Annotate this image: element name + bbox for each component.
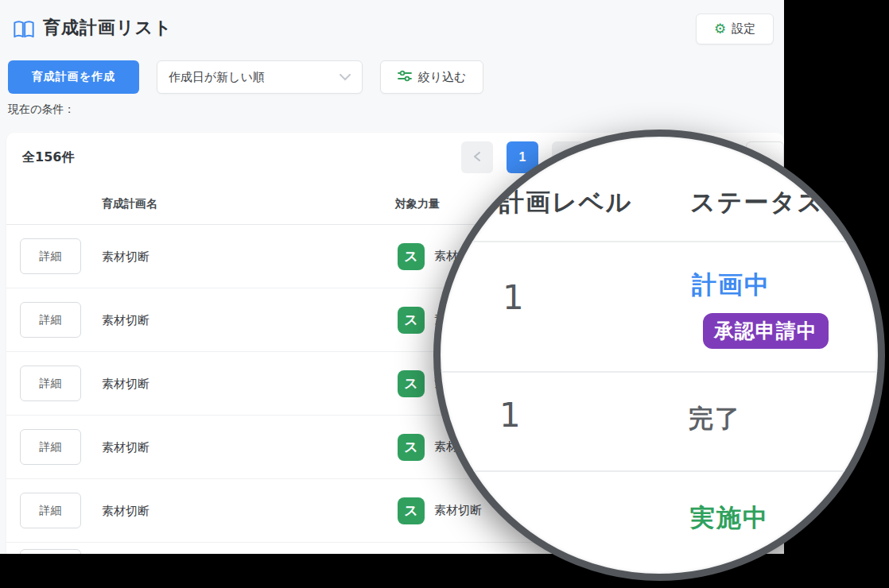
skill-category-badge: ス: [398, 434, 425, 461]
gear-icon: ⚙: [714, 22, 726, 36]
status-text-planning: 計画中: [692, 269, 771, 302]
total-count: 全156件: [22, 149, 74, 166]
magnifier-circle: 計画レベル ステータス 1 計画中 承認申請中 1 完了 実施中: [433, 130, 885, 581]
page-title: 育成計画リスト: [43, 16, 173, 40]
plan-level-value: 1: [499, 396, 521, 435]
competency-name: 素材切断: [434, 503, 482, 518]
book-icon: [13, 21, 35, 40]
magnified-column-header-status: ステータス: [690, 186, 824, 219]
detail-button[interactable]: 詳細: [20, 302, 81, 338]
detail-button[interactable]: 詳細: [20, 429, 81, 465]
column-header-plan-name: 育成計画名: [102, 197, 157, 211]
filter-label: 絞り込む: [418, 70, 467, 85]
approval-request-badge: 承認申請中: [703, 313, 829, 349]
detail-button[interactable]: 詳細: [20, 493, 81, 528]
divider: [441, 241, 878, 242]
plan-name: 素材切断: [102, 376, 149, 391]
magnified-column-header-level: 計画レベル: [499, 186, 632, 219]
plan-name: 素材切断: [102, 439, 149, 455]
settings-button[interactable]: ⚙ 設定: [696, 14, 774, 44]
column-header-competency: 対象力量: [395, 197, 440, 211]
divider: [441, 470, 878, 472]
create-plan-button[interactable]: 育成計画を作成: [8, 60, 139, 94]
plan-level-value: 1: [503, 278, 524, 317]
sort-dropdown-value: 作成日が新しい順: [169, 70, 265, 85]
detail-button[interactable]: 詳細: [20, 549, 81, 554]
pagination-prev-button[interactable]: [461, 141, 493, 173]
chevron-down-icon: [340, 70, 351, 84]
skill-category-badge: ス: [398, 370, 425, 397]
plan-name: 素材切断: [102, 249, 149, 264]
filter-sliders-icon: [398, 70, 412, 84]
chevron-left-icon: [473, 151, 481, 164]
divider: [441, 371, 878, 373]
current-conditions-label: 現在の条件：: [8, 103, 75, 117]
skill-category-badge: ス: [398, 307, 425, 334]
sort-dropdown[interactable]: 作成日が新しい順: [157, 60, 363, 94]
skill-category-badge: ス: [398, 243, 425, 270]
plan-name: 素材切断: [102, 503, 149, 518]
plan-name: 素材切断: [102, 312, 149, 327]
status-text-in-progress: 実施中: [690, 501, 769, 535]
skill-category-badge: ス: [398, 497, 425, 524]
detail-button[interactable]: 詳細: [20, 238, 81, 274]
filter-button[interactable]: 絞り込む: [380, 60, 483, 94]
status-text-done: 完了: [689, 402, 741, 435]
detail-button[interactable]: 詳細: [20, 366, 81, 401]
screenshot-canvas: 育成計画リスト ⚙ 設定 育成計画を作成 作成日が新しい順 絞り込む: [0, 0, 889, 588]
settings-label: 設定: [732, 21, 755, 37]
